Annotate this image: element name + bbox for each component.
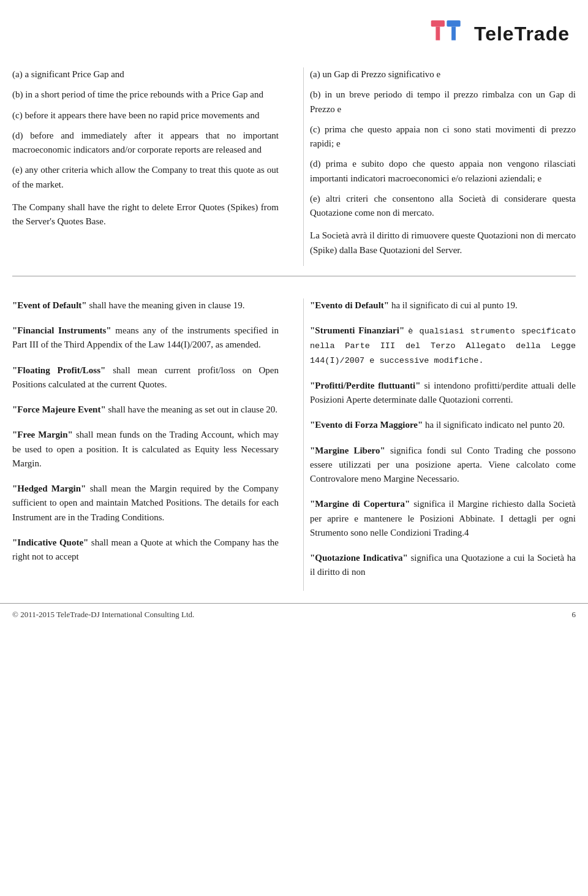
term-force-majeure: "Force Majeure Event" — [12, 404, 106, 414]
term-floating-profit-loss: "Floating Profit/Loss" — [12, 365, 105, 375]
logo-area: TeleTrade — [430, 18, 570, 49]
svg-rect-2 — [447, 20, 460, 26]
def-hedged-margin-right: "Margine di Copertura" significa il Marg… — [310, 497, 576, 540]
col-right: (a) un Gap di Prezzo significativo e (b)… — [303, 67, 576, 266]
definitions-section: "Event of Default" shall have the meanin… — [0, 292, 588, 597]
def-indicative-quote-left: "Indicative Quote" shall mean a Quote at… — [12, 536, 279, 564]
section-divider — [12, 276, 576, 276]
left-criteria-list: (a) a significant Price Gap and (b) in a… — [12, 67, 279, 192]
term-quotazione-indicativa: "Quotazione Indicativa" — [310, 553, 408, 563]
def-free-margin-left: "Free Margin" shall mean funds on the Tr… — [12, 428, 279, 471]
def-financial-instruments-left: "Financial Instruments" means any of the… — [12, 324, 279, 352]
svg-rect-0 — [431, 20, 445, 26]
term-evento-di-default: "Evento di Default" — [310, 300, 389, 310]
term-financial-instruments: "Financial Instruments" — [12, 325, 111, 335]
footer-page-number: 6 — [572, 610, 576, 620]
right-criteria-list: (a) un Gap di Prezzo significativo e (b)… — [310, 67, 576, 220]
right-item-e: (e) altri criteri che consentono alla So… — [310, 192, 576, 221]
term-strumenti-finanziari: "Strumenti Finanziari" — [310, 325, 404, 335]
footer: © 2011-2015 TeleTrade-DJ International C… — [0, 603, 588, 626]
def-floating-profit-loss-right: "Profitti/Perdite fluttuanti" si intendo… — [310, 379, 576, 408]
right-spikes-text: La Società avrà il diritto di rimuovere … — [310, 229, 576, 257]
left-item-e: (e) any other criteria which allow the C… — [12, 163, 279, 192]
right-item-a: (a) un Gap di Prezzo significativo e — [310, 67, 576, 82]
main-content: (a) a significant Price Gap and (b) in a… — [0, 61, 588, 292]
def-event-of-default-left: "Event of Default" shall have the meanin… — [12, 298, 279, 313]
term-hedged-margin: "Hedged Margin" — [12, 484, 86, 493]
page: TeleTrade (a) a significant Price Gap an… — [0, 0, 588, 896]
def-floating-profit-loss-left: "Floating Profit/Loss" shall mean curren… — [12, 363, 279, 392]
left-item-c: (c) before it appears there have been no… — [12, 108, 279, 123]
def-hedged-margin-left: "Hedged Margin" shall mean the Margin re… — [12, 482, 279, 525]
logo-text: TeleTrade — [474, 23, 570, 45]
term-free-margin: "Free Margin" — [12, 430, 73, 439]
svg-rect-1 — [435, 26, 440, 40]
definitions-right-col: "Evento di Default" ha il significato di… — [303, 298, 576, 591]
def-force-majeure-right: "Evento di Forza Maggiore" ha il signifi… — [310, 418, 576, 432]
right-item-b: (b) in un breve periodo di tempo il prez… — [310, 88, 576, 116]
term-profitti-perdite-fluttuanti: "Profitti/Perdite fluttuanti" — [310, 381, 421, 390]
term-event-of-default: "Event of Default" — [12, 300, 87, 310]
left-item-d: (d) before and immediately after it appe… — [12, 129, 279, 158]
term-margine-di-copertura: "Margine di Copertura" — [310, 499, 410, 509]
right-item-d: (d) prima e subito dopo che questo appai… — [310, 157, 576, 186]
term-margine-libero: "Margine Libero" — [310, 446, 385, 455]
def-force-majeure-left: "Force Majeure Event" shall have the mea… — [12, 403, 279, 417]
def-financial-instruments-right: "Strumenti Finanziari" è qualsiasi strum… — [310, 324, 576, 368]
definitions-two-col: "Event of Default" shall have the meanin… — [12, 298, 576, 591]
term-evento-forza-maggiore: "Evento di Forza Maggiore" — [310, 420, 423, 430]
left-item-b: (b) in a short period of time the price … — [12, 88, 279, 102]
two-col-layout: (a) a significant Price Gap and (b) in a… — [12, 67, 576, 266]
def-free-margin-right: "Margine Libero" significa fondi sul Con… — [310, 444, 576, 487]
def-event-of-default-right: "Evento di Default" ha il significato di… — [310, 298, 576, 313]
def-indicative-quote-right: "Quotazione Indicativa" significa una Qu… — [310, 551, 576, 580]
col-left: (a) a significant Price Gap and (b) in a… — [12, 67, 285, 266]
right-item-c: (c) prima che questo appaia non ci sono … — [310, 123, 576, 151]
svg-rect-3 — [451, 26, 456, 40]
left-item-a: (a) a significant Price Gap and — [12, 67, 279, 82]
header: TeleTrade — [0, 12, 588, 61]
definitions-left-col: "Event of Default" shall have the meanin… — [12, 298, 285, 591]
left-spikes-text: The Company shall have the right to dele… — [12, 200, 279, 229]
footer-copyright: © 2011-2015 TeleTrade-DJ International C… — [12, 610, 194, 620]
term-indicative-quote: "Indicative Quote" — [12, 537, 88, 547]
logo-icon — [430, 18, 467, 49]
